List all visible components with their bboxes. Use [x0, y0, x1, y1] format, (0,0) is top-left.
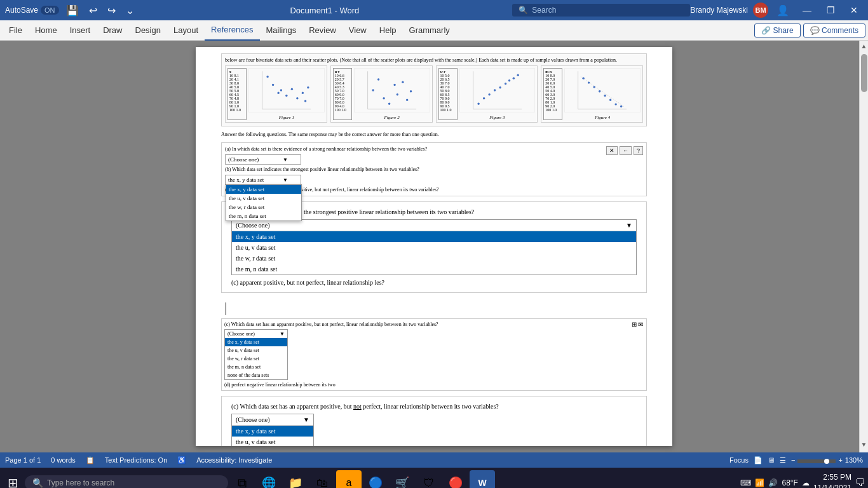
- accessibility-status[interactable]: Accessibility: Investigate: [196, 456, 272, 464]
- large-qb-dropdown[interactable]: (Choose one)▼ the x, y data set the u, v…: [231, 219, 637, 275]
- svg-point-29: [499, 86, 501, 88]
- view-web-icon[interactable]: 🖥: [768, 456, 775, 464]
- mini-qc-wr[interactable]: the w, r data set: [225, 355, 287, 363]
- taskbar-chrome[interactable]: 🔴: [443, 470, 468, 488]
- large-qb-mn[interactable]: the m, n data set: [232, 264, 636, 274]
- mini-qc-xy[interactable]: the x, y data set: [225, 338, 287, 346]
- taskbar-ms-store2[interactable]: 🛒: [390, 470, 415, 488]
- mini-icon1[interactable]: ⊞: [632, 321, 637, 328]
- large-qb-header[interactable]: (Choose one)▼: [232, 220, 636, 231]
- tab-insert[interactable]: Insert: [64, 20, 97, 41]
- taskbar-store[interactable]: 🛍: [309, 470, 335, 488]
- autosave-label: AutoSave ON: [5, 6, 59, 15]
- tab-references[interactable]: References: [205, 20, 259, 41]
- focus-btn[interactable]: Focus: [729, 456, 749, 464]
- taskbar-word[interactable]: W: [470, 470, 495, 488]
- large-qc-uv[interactable]: the u, v data set: [232, 437, 313, 446]
- text-predictions[interactable]: Text Predictions: On: [105, 456, 167, 464]
- save-button[interactable]: 💾: [63, 3, 82, 18]
- svg-point-7: [291, 88, 293, 90]
- tab-design[interactable]: Design: [129, 20, 167, 41]
- account-button[interactable]: 👤: [773, 3, 792, 18]
- scroll-thumb[interactable]: [861, 54, 867, 92]
- mini-qc-mn[interactable]: the m, n data set: [225, 363, 287, 371]
- minimize-button[interactable]: —: [797, 4, 817, 17]
- mini-qc-header[interactable]: (Choose one)▼: [225, 330, 287, 338]
- zoom-out-btn[interactable]: −: [791, 456, 795, 464]
- qa-dropdown-selected[interactable]: (Choose one)▼: [226, 155, 301, 164]
- svg-point-40: [599, 90, 600, 92]
- more-button[interactable]: ⌄: [123, 3, 137, 18]
- large-qc-xy[interactable]: the x, y data set: [232, 426, 313, 437]
- time-block[interactable]: 2:55 PM 11/14/2021: [813, 472, 851, 488]
- svg-point-3: [272, 84, 274, 86]
- help-mini-btn[interactable]: ?: [634, 146, 643, 155]
- zoom-thumb[interactable]: [824, 459, 829, 464]
- tray-volume[interactable]: 🔊: [768, 478, 778, 487]
- tab-help[interactable]: Help: [373, 20, 403, 41]
- title-search-input[interactable]: [532, 6, 684, 15]
- large-qc-header[interactable]: (Choose one)▼: [232, 414, 313, 425]
- qb-opt-mn[interactable]: the m, n data set: [226, 212, 301, 220]
- svg-point-14: [372, 89, 374, 91]
- scrollbar[interactable]: ▲ ▼: [859, 41, 868, 452]
- taskbar-search-input[interactable]: [47, 478, 220, 487]
- clock-date: 11/14/2021: [813, 483, 851, 488]
- tab-file[interactable]: File: [3, 20, 29, 41]
- large-qc-title: (c) Which data set has an apparent posit…: [231, 403, 637, 410]
- figure-4: m n 10 8.0 20 7.0 30 6.0 40 5.0 50 4.0 6…: [541, 65, 643, 123]
- large-qc-dropdown[interactable]: (Choose one)▼ the x, y data set the u, v…: [231, 414, 314, 446]
- qb-opt-xy[interactable]: the x, y data set: [226, 185, 301, 194]
- mini-qc-none[interactable]: none of the data sets: [225, 371, 287, 379]
- scroll-down[interactable]: ▼: [859, 439, 868, 450]
- zoom-slider[interactable]: [797, 459, 836, 463]
- search-icon: 🔍: [519, 6, 528, 15]
- large-qb-uv[interactable]: the u, v data set: [232, 242, 636, 253]
- qb-label-small: (b): [225, 166, 232, 172]
- zoom-in-btn[interactable]: +: [838, 456, 842, 464]
- mini-qc-uv[interactable]: the u, v data set: [225, 346, 287, 355]
- mini-icon2[interactable]: ✉: [638, 321, 643, 328]
- tab-review[interactable]: Review: [302, 20, 342, 41]
- close-button[interactable]: ✕: [845, 4, 863, 17]
- svg-point-42: [609, 99, 611, 101]
- view-normal-icon[interactable]: 📄: [754, 456, 763, 464]
- back-mini-btn[interactable]: ←: [620, 146, 632, 155]
- taskbar-unknown1[interactable]: 🔵: [363, 470, 388, 488]
- tab-grammarly[interactable]: Grammarly: [403, 20, 456, 41]
- tab-mailings[interactable]: Mailings: [260, 20, 303, 41]
- redo-button[interactable]: ↪: [104, 3, 119, 18]
- tab-home[interactable]: Home: [29, 20, 64, 41]
- svg-point-25: [477, 103, 479, 105]
- task-view-button[interactable]: ⧉: [229, 470, 255, 488]
- view-outline-icon[interactable]: ☰: [780, 456, 786, 464]
- notification-icon[interactable]: 🗨: [855, 477, 865, 488]
- share-button[interactable]: 🔗 Share: [754, 24, 800, 37]
- qa-dropdown[interactable]: (Choose one)▼: [225, 154, 301, 165]
- mini-qc-dropdown[interactable]: (Choose one)▼ the x, y data set the u, v…: [224, 329, 288, 380]
- qb-opt-wr[interactable]: the w, r data set: [226, 203, 301, 212]
- taskbar-explorer[interactable]: 📁: [283, 470, 308, 488]
- svg-point-32: [512, 78, 514, 79]
- qb-opt-uv[interactable]: the u, v data set: [226, 194, 301, 203]
- large-qb-xy[interactable]: the x, y data set: [232, 231, 636, 242]
- large-qb-wr[interactable]: the w, r data set: [232, 253, 636, 264]
- tab-layout[interactable]: Layout: [167, 20, 205, 41]
- fig3-caption: Figure 3: [459, 115, 536, 120]
- tab-view[interactable]: View: [342, 20, 373, 41]
- start-button[interactable]: ⊞: [3, 473, 24, 488]
- comments-button[interactable]: 💬 Comments: [803, 24, 865, 37]
- taskbar-shield[interactable]: 🛡: [416, 470, 442, 488]
- qb-dropdown-selected-small[interactable]: the x, y data set▼: [226, 175, 301, 184]
- svg-point-19: [396, 93, 398, 95]
- maximize-button[interactable]: ❐: [822, 4, 840, 17]
- taskbar-amazon[interactable]: a: [336, 470, 362, 488]
- document-area: ▲ ▼ below are four bivariate data sets a…: [0, 41, 868, 452]
- tab-draw[interactable]: Draw: [97, 20, 128, 41]
- qb-dropdown-small[interactable]: the x, y data set▼ the x, y data set the…: [225, 175, 301, 185]
- scroll-up[interactable]: ▲: [859, 41, 868, 51]
- undo-button[interactable]: ↩: [86, 3, 100, 18]
- taskbar-edge[interactable]: 🌐: [256, 470, 281, 488]
- close-mini-btn[interactable]: ✕: [606, 146, 618, 155]
- autosave-toggle[interactable]: ON: [41, 6, 59, 15]
